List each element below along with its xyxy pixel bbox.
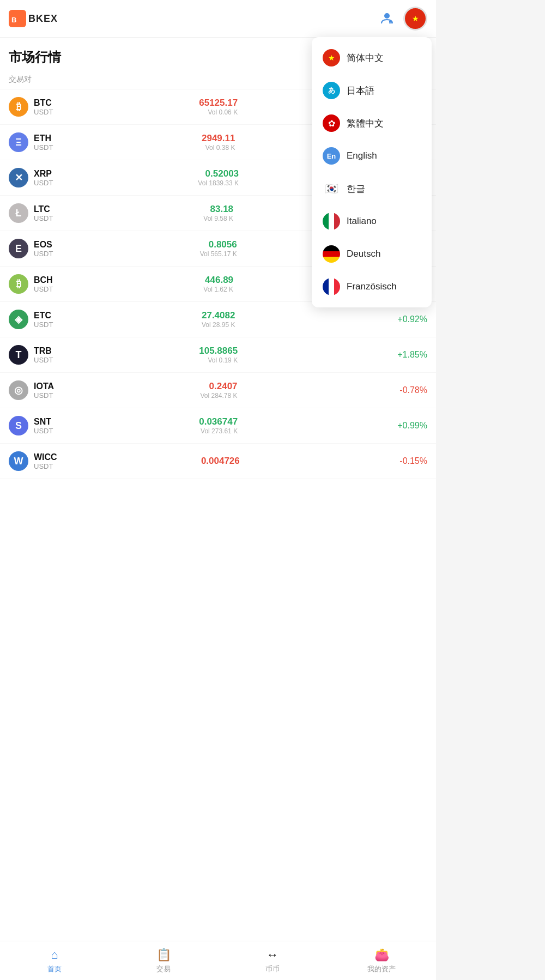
coin-name-area: BTC USDT bbox=[34, 98, 53, 116]
coin-pair: USDT bbox=[34, 250, 53, 258]
coin-vol: Vol 28.95 K bbox=[202, 321, 235, 329]
nav-item-assets[interactable]: 👛 我的资产 bbox=[327, 943, 436, 978]
coin-pair: USDT bbox=[34, 285, 53, 293]
coin-name-area: IOTA USDT bbox=[34, 382, 54, 400]
coin-name-area: BCH USDT bbox=[34, 275, 53, 293]
nav-item-coins[interactable]: ↔ 币币 bbox=[218, 943, 327, 978]
coin-price: 0.8056 bbox=[200, 239, 237, 250]
coin-row-wicc[interactable]: W WICC USDT 0.004726 -0.15% bbox=[0, 444, 436, 479]
nav-icon-coins: ↔ bbox=[267, 948, 278, 962]
user-icon bbox=[379, 10, 395, 26]
lang-item-en[interactable]: En English bbox=[312, 140, 432, 172]
coin-symbol: TRB bbox=[34, 346, 53, 356]
coin-price-area: 0.8056 Vol 565.17 K bbox=[200, 239, 237, 258]
header-actions: ★ bbox=[377, 7, 427, 31]
language-dropdown: ★ 简体中文 あ 日本語 ✿ 繁體中文 En English 🇰🇷 한글 Ita… bbox=[312, 37, 432, 307]
coin-vol: Vol 284.78 K bbox=[200, 392, 237, 400]
user-profile-button[interactable] bbox=[377, 8, 397, 29]
coin-vol: Vol 1839.33 K bbox=[198, 179, 239, 187]
lang-item-ja[interactable]: あ 日本語 bbox=[312, 74, 432, 107]
coin-price: 0.004726 bbox=[201, 456, 240, 467]
lang-item-fr[interactable]: Französisch bbox=[312, 270, 432, 303]
coin-price: 27.4082 bbox=[202, 310, 235, 321]
coin-name-area: XRP USDT bbox=[34, 169, 53, 187]
flag-it bbox=[323, 213, 340, 230]
lang-item-zh-tw[interactable]: ✿ 繁體中文 bbox=[312, 107, 432, 140]
coin-pair: USDT bbox=[34, 108, 53, 116]
logo-text: BKEX bbox=[28, 13, 58, 25]
logo: B BKEX bbox=[9, 10, 58, 27]
coin-symbol: WICC bbox=[34, 452, 57, 462]
lang-label-ja: 日本語 bbox=[347, 84, 374, 97]
coin-pair: USDT bbox=[34, 143, 53, 152]
lang-label-fr: Französisch bbox=[347, 281, 397, 292]
coin-left-snt: S SNT USDT bbox=[9, 416, 53, 435]
coin-price-area: 65125.17 Vol 0.06 K bbox=[199, 98, 238, 116]
coin-symbol: BCH bbox=[34, 275, 53, 285]
coin-left-iota: ◎ IOTA USDT bbox=[9, 380, 54, 400]
coin-left-bch: ₿ BCH USDT bbox=[9, 274, 53, 294]
bottom-nav: ⌂ 首页 📋 交易 ↔ 币币 👛 我的资产 bbox=[0, 941, 436, 980]
coin-change: +1.85% bbox=[384, 350, 427, 360]
coin-change: +0.92% bbox=[384, 314, 427, 324]
coin-symbol: ETH bbox=[34, 134, 53, 143]
coin-icon-eth: Ξ bbox=[9, 132, 28, 152]
language-button[interactable]: ★ bbox=[403, 7, 427, 31]
coin-icon-btc: ₿ bbox=[9, 97, 28, 117]
coin-price: 83.18 bbox=[203, 204, 233, 215]
coin-change: +0.99% bbox=[384, 421, 427, 431]
coin-row-trb[interactable]: T TRB USDT 105.8865 Vol 0.19 K +1.85% bbox=[0, 337, 436, 373]
flag-jp: あ bbox=[323, 82, 340, 99]
nav-item-home[interactable]: ⌂ 首页 bbox=[0, 943, 109, 978]
coin-name-area: TRB USDT bbox=[34, 346, 53, 364]
coin-left-eth: Ξ ETH USDT bbox=[9, 132, 53, 152]
china-flag: ★ bbox=[403, 7, 427, 31]
lang-item-ko[interactable]: 🇰🇷 한글 bbox=[312, 172, 432, 205]
coin-price: 2949.11 bbox=[202, 133, 235, 144]
lang-item-it[interactable]: Italiano bbox=[312, 205, 432, 238]
coin-pair: USDT bbox=[34, 462, 57, 470]
coin-change: -0.78% bbox=[384, 385, 427, 395]
coin-price-area: 0.52003 Vol 1839.33 K bbox=[198, 168, 239, 187]
nav-label-home: 首页 bbox=[47, 964, 62, 974]
lang-item-zh-cn[interactable]: ★ 简体中文 bbox=[312, 41, 432, 74]
coin-row-snt[interactable]: S SNT USDT 0.036747 Vol 273.61 K +0.99% bbox=[0, 408, 436, 444]
coin-left-eos: E EOS USDT bbox=[9, 239, 53, 258]
coin-left-etc: ◈ ETC USDT bbox=[9, 310, 53, 329]
coin-row-iota[interactable]: ◎ IOTA USDT 0.2407 Vol 284.78 K -0.78% bbox=[0, 373, 436, 408]
flag-tw: ✿ bbox=[323, 114, 340, 132]
coin-left-wicc: W WICC USDT bbox=[9, 451, 57, 471]
nav-icon-trade: 📋 bbox=[156, 948, 171, 962]
lang-item-de[interactable]: Deutsch bbox=[312, 238, 432, 270]
nav-item-trade[interactable]: 📋 交易 bbox=[109, 943, 218, 978]
coin-icon-snt: S bbox=[9, 416, 28, 435]
coin-symbol: LTC bbox=[34, 204, 53, 214]
coin-vol: Vol 273.61 K bbox=[199, 427, 238, 435]
nav-icon-assets: 👛 bbox=[374, 948, 389, 962]
coin-price-area: 105.8865 Vol 0.19 K bbox=[199, 346, 238, 364]
nav-icon-home: ⌂ bbox=[51, 948, 58, 962]
coin-price-area: 2949.11 Vol 0.38 K bbox=[202, 133, 235, 152]
lang-label-it: Italiano bbox=[347, 216, 377, 227]
coin-symbol: XRP bbox=[34, 169, 53, 179]
coin-icon-trb: T bbox=[9, 345, 28, 365]
coin-vol: Vol 0.19 K bbox=[199, 356, 238, 364]
coin-price-area: 27.4082 Vol 28.95 K bbox=[202, 310, 235, 329]
coin-price-area: 0.004726 bbox=[201, 456, 240, 467]
coin-pair: USDT bbox=[34, 391, 54, 400]
coin-price: 0.52003 bbox=[198, 168, 239, 179]
coin-left-btc: ₿ BTC USDT bbox=[9, 97, 53, 117]
coin-icon-iota: ◎ bbox=[9, 380, 28, 400]
coin-vol: Vol 0.38 K bbox=[202, 144, 235, 152]
nav-label-coins: 币币 bbox=[265, 964, 280, 974]
flag-fr bbox=[323, 278, 340, 295]
flag-kr: 🇰🇷 bbox=[323, 180, 340, 197]
svg-text:B: B bbox=[11, 16, 16, 24]
flag-cn: ★ bbox=[323, 49, 340, 66]
coin-pair: USDT bbox=[34, 356, 53, 364]
coin-price: 65125.17 bbox=[199, 98, 238, 108]
coin-vol: Vol 565.17 K bbox=[200, 250, 237, 258]
coin-symbol: BTC bbox=[34, 98, 53, 108]
coin-pair: USDT bbox=[34, 427, 53, 435]
coin-icon-ltc: Ł bbox=[9, 203, 28, 223]
